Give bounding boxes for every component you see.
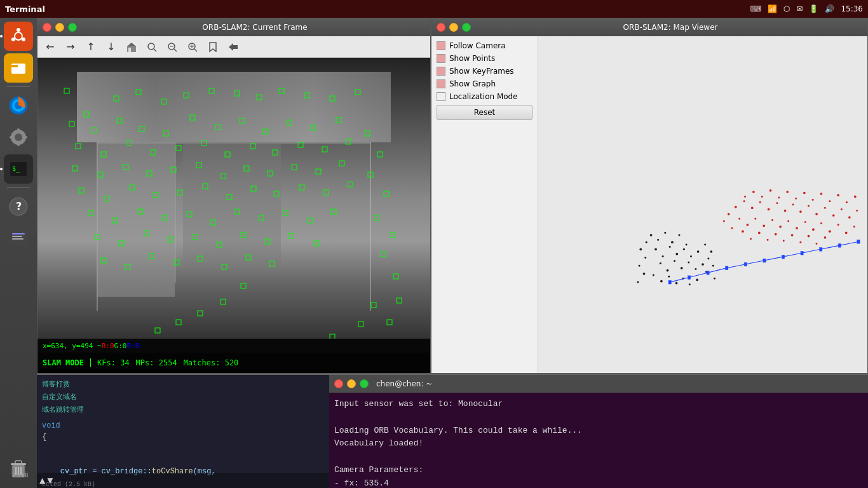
- localization-mode-label: Localization Mode: [449, 92, 518, 101]
- show-graph-checkbox[interactable]: [437, 79, 445, 88]
- ubuntu-dock-icon[interactable]: [4, 22, 33, 51]
- show-graph-label: Show Graph: [449, 79, 496, 88]
- terminal-line-6: Camera Parameters:: [334, 464, 863, 477]
- localization-mode-row[interactable]: Localization Mode: [437, 92, 532, 101]
- svg-point-221: [763, 224, 765, 227]
- help2-dock-icon[interactable]: [4, 224, 33, 253]
- domain-redirect-link[interactable]: 域名跳转管理: [42, 406, 84, 414]
- coordinate-bar: x=634, y=494 ~ R:0 G:0 B:0: [37, 339, 430, 353]
- svg-point-222: [771, 219, 773, 221]
- terminal-dock-icon[interactable]: $_: [4, 154, 33, 184]
- back-toolbar-button[interactable]: ←: [41, 39, 59, 55]
- localization-mode-checkbox[interactable]: [437, 92, 445, 101]
- down-toolbar-button[interactable]: ↓: [102, 39, 120, 55]
- black-points: [637, 232, 715, 285]
- svg-point-247: [770, 189, 772, 192]
- show-graph-row[interactable]: Show Graph: [437, 79, 532, 88]
- terminal-close-button[interactable]: [334, 379, 343, 388]
- svg-point-204: [751, 207, 754, 209]
- svg-point-179: [681, 267, 683, 269]
- svg-point-210: [799, 210, 802, 213]
- firefox-dock-icon[interactable]: [4, 91, 33, 120]
- search1-toolbar-button[interactable]: [143, 39, 161, 55]
- svg-point-163: [650, 234, 653, 236]
- show-points-label: Show Points: [449, 54, 495, 63]
- map-viewer-window: ORB-SLAM2: Map Viewer Follow Camera Show…: [431, 18, 868, 374]
- terminal-minimize-button[interactable]: [347, 379, 356, 388]
- maximize-button[interactable]: [68, 23, 77, 32]
- follow-camera-row[interactable]: Follow Camera: [437, 41, 532, 50]
- svg-rect-262: [688, 276, 690, 280]
- svg-point-11: [15, 133, 22, 141]
- svg-point-260: [731, 227, 733, 229]
- map-viewer-titlebar: ORB-SLAM2: Map Viewer: [431, 18, 867, 36]
- svg-point-224: [787, 220, 789, 222]
- svg-point-193: [639, 265, 641, 267]
- svg-rect-269: [820, 247, 822, 251]
- svg-point-194: [643, 273, 646, 275]
- scroll-up-icon[interactable]: ▲: [39, 476, 45, 485]
- svg-rect-6: [11, 65, 18, 67]
- show-keyframes-checkbox[interactable]: [437, 67, 445, 76]
- current-frame-title: ORB-SLAM2: Current Frame: [85, 23, 425, 32]
- main-area: ORB-SLAM2: Current Frame ← → ↑ ↓: [37, 18, 868, 488]
- share-toolbar-button[interactable]: [224, 39, 242, 55]
- svg-point-186: [675, 282, 678, 285]
- follow-camera-label: Follow Camera: [449, 41, 506, 50]
- svg-point-259: [728, 213, 730, 215]
- code-editor-panel: 博客打赏 自定义域名 域名跳转管理 void { cv_ptr = cv_bri…: [37, 374, 329, 488]
- terminal-titlebar: chen@chen: ~: [329, 375, 868, 393]
- trash-dock-icon[interactable]: 2.5 kB: [4, 454, 33, 483]
- scroll-down-icon[interactable]: ▼: [47, 476, 53, 485]
- map-minimize-button[interactable]: [449, 23, 458, 32]
- code-line-4: [42, 454, 324, 466]
- show-points-checkbox[interactable]: [437, 54, 445, 63]
- terminal-output[interactable]: Input sensor was set to: Monocular Loadi…: [329, 393, 868, 488]
- dock-divider-1: [7, 86, 30, 87]
- svg-point-2: [17, 28, 20, 32]
- close-button[interactable]: [43, 23, 51, 32]
- svg-text:$_: $_: [12, 165, 20, 173]
- terminal-line-3: Loading ORB Vocabulary. This could take …: [334, 424, 863, 438]
- minimize-button[interactable]: [55, 23, 64, 32]
- svg-point-165: [664, 232, 666, 234]
- svg-point-240: [799, 241, 801, 243]
- code-line-3: [42, 443, 324, 454]
- battery-icon: 🔋: [809, 4, 818, 13]
- svg-point-232: [853, 226, 855, 227]
- svg-point-177: [667, 269, 669, 272]
- help1-dock-icon[interactable]: ?: [4, 192, 33, 221]
- forward-toolbar-button[interactable]: →: [62, 39, 79, 55]
- map-canvas: [538, 36, 867, 373]
- map-close-button[interactable]: [437, 23, 445, 32]
- terminal-maximize-button[interactable]: [360, 379, 369, 388]
- coord-xy: x=634, y=494 ~: [43, 342, 102, 350]
- up-toolbar-button[interactable]: ↑: [82, 39, 100, 55]
- svg-point-233: [742, 230, 744, 233]
- svg-point-166: [671, 241, 674, 243]
- map-maximize-button[interactable]: [462, 23, 471, 32]
- svg-rect-23: [12, 238, 24, 240]
- home-toolbar-button[interactable]: [123, 39, 140, 55]
- domain-link[interactable]: 自定义域名: [42, 393, 77, 401]
- settings-dock-icon[interactable]: [4, 123, 33, 152]
- svg-point-230: [837, 224, 839, 226]
- svg-rect-264: [726, 266, 728, 270]
- search2-toolbar-button[interactable]: [163, 39, 181, 55]
- camera-scene: [37, 58, 430, 339]
- svg-point-34: [148, 43, 154, 50]
- svg-point-215: [841, 208, 843, 210]
- bookmark-toolbar-button[interactable]: [204, 39, 222, 55]
- reset-button[interactable]: Reset: [437, 105, 532, 120]
- search3-toolbar-button[interactable]: [184, 39, 201, 55]
- terminal-title: chen@chen: ~: [376, 379, 432, 388]
- svg-point-191: [639, 248, 642, 250]
- follow-camera-checkbox[interactable]: [437, 41, 445, 50]
- show-points-row[interactable]: Show Points: [437, 54, 532, 63]
- svg-rect-270: [838, 243, 841, 247]
- chinese-links-area: 博客打赏 自定义域名 域名跳转管理: [42, 379, 324, 416]
- camera-frame-canvas: x=634, y=494 ~ R:0 G:0 B:0 SLAM MODE KFs…: [37, 58, 430, 373]
- show-keyframes-row[interactable]: Show KeyFrames: [437, 67, 532, 76]
- files-dock-icon[interactable]: [4, 53, 33, 83]
- blog-link[interactable]: 博客打赏: [42, 381, 70, 388]
